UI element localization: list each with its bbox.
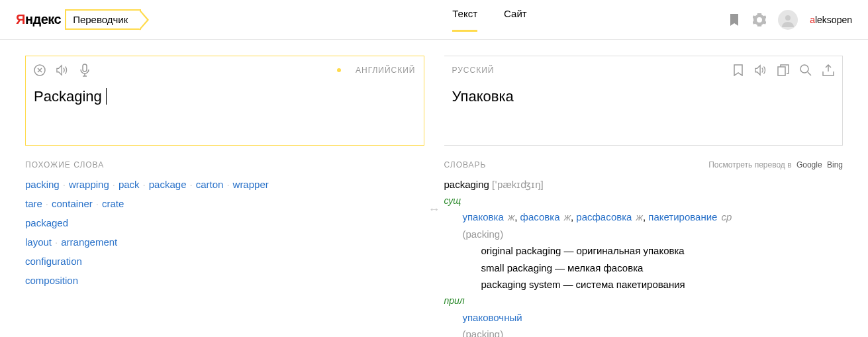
- bookmark-icon[interactable]: [728, 13, 741, 26]
- external-links: Посмотреть перевод в Google Bing: [708, 160, 843, 169]
- similar-row: composition: [25, 275, 424, 286]
- target-column: РУССКИЙ: [444, 56, 844, 337]
- target-box: РУССКИЙ: [444, 56, 844, 146]
- similar-row: layout·arrangement: [25, 236, 424, 248]
- svg-rect-3: [778, 67, 785, 75]
- username[interactable]: aleksopen: [810, 15, 852, 25]
- dict-example: small packaging—мелкая фасовка: [481, 260, 844, 277]
- clear-icon[interactable]: [34, 64, 46, 76]
- source-text-input[interactable]: Packaging: [34, 79, 416, 145]
- similar-word[interactable]: packaged: [25, 217, 68, 228]
- similar-word[interactable]: pack: [119, 179, 140, 190]
- synonym-adj: (packing): [463, 326, 844, 337]
- similar-word[interactable]: layout: [25, 236, 52, 248]
- dict-translation[interactable]: пакетирование: [648, 211, 717, 222]
- dict-headword-line: packaging[ˈpækɪʤɪŋ]: [444, 176, 844, 193]
- dict-translation[interactable]: упаковка: [463, 211, 504, 222]
- similar-row: configuration: [25, 256, 424, 267]
- similar-word[interactable]: packing: [25, 179, 60, 190]
- dict-example: packaging system—система пакетирования: [481, 276, 844, 293]
- header-right: aleksopen: [728, 10, 852, 30]
- similar-word[interactable]: wrapping: [69, 179, 109, 190]
- share-icon[interactable]: [822, 64, 834, 76]
- avatar[interactable]: [778, 10, 798, 30]
- similar-row: tare·container·crate: [25, 198, 424, 209]
- microphone-icon[interactable]: [79, 64, 91, 76]
- similar-word[interactable]: package: [149, 179, 187, 190]
- similar-word[interactable]: container: [52, 198, 93, 209]
- dict-translation[interactable]: расфасовка: [576, 211, 632, 222]
- dict-translation[interactable]: упаковочный: [463, 312, 522, 323]
- dict-example: original packaging—оригинальная упаковка: [481, 242, 844, 260]
- dictionary: packaging[ˈpækɪʤɪŋ] сущ упаковка ж, фасо…: [444, 176, 844, 337]
- dict-translation[interactable]: фасовка: [520, 211, 560, 222]
- search-output-icon[interactable]: [800, 64, 812, 76]
- similar-word[interactable]: wrapper: [233, 179, 269, 190]
- similar-row: packing·wrapping·pack·package·carton·wra…: [25, 179, 424, 190]
- swap-languages-button[interactable]: ↔: [424, 56, 444, 337]
- yandex-logo: Яндекс: [16, 12, 61, 27]
- similar-word[interactable]: arrangement: [61, 236, 117, 248]
- source-box: АНГЛИЙСКИЙ Packaging: [25, 56, 424, 146]
- similar-word[interactable]: composition: [25, 275, 78, 286]
- pos-adj: прил: [444, 293, 844, 309]
- senses-adj: упаковочный: [463, 309, 844, 326]
- target-pane-header: РУССКИЙ: [452, 62, 835, 79]
- svg-rect-2: [83, 64, 87, 72]
- bookmark-output-icon[interactable]: [732, 64, 744, 76]
- source-pane-header: АНГЛИЙСКИЙ: [34, 62, 416, 79]
- svg-point-4: [800, 65, 808, 73]
- tab-site[interactable]: Сайт: [504, 8, 527, 31]
- bing-link[interactable]: Bing: [827, 160, 843, 169]
- tab-text[interactable]: Текст: [452, 8, 477, 31]
- examples-noun: original packaging—оригинальная упаковка…: [463, 242, 844, 293]
- similar-word[interactable]: configuration: [25, 256, 82, 267]
- source-lang-label[interactable]: АНГЛИЙСКИЙ: [356, 66, 416, 75]
- nav-tabs: Текст Сайт: [452, 8, 526, 31]
- copy-icon[interactable]: [777, 64, 789, 76]
- header: Яндекс Переводчик Текст Сайт aleksopen: [0, 0, 868, 40]
- speak-output-icon[interactable]: [755, 64, 767, 76]
- main: АНГЛИЙСКИЙ Packaging ПОХОЖИЕ СЛОВА packi…: [0, 40, 868, 337]
- similar-word[interactable]: tare: [25, 198, 42, 209]
- pos-noun: сущ: [444, 193, 844, 209]
- source-column: АНГЛИЙСКИЙ Packaging ПОХОЖИЕ СЛОВА packi…: [25, 56, 424, 337]
- logo-group[interactable]: Яндекс Переводчик: [16, 9, 141, 30]
- detected-indicator: [337, 68, 341, 72]
- similar-word[interactable]: carton: [196, 179, 224, 190]
- synonym-noun: (packing): [463, 226, 844, 243]
- similar-row: packaged: [25, 217, 424, 228]
- speak-icon[interactable]: [56, 64, 68, 76]
- target-text: Упаковка: [452, 79, 835, 145]
- similar-title: ПОХОЖИЕ СЛОВА: [25, 160, 424, 169]
- gear-icon[interactable]: [753, 13, 766, 26]
- dict-header: СЛОВАРЬ Посмотреть перевод в Google Bing: [444, 160, 844, 169]
- similar-list: packing·wrapping·pack·package·carton·wra…: [25, 179, 424, 286]
- senses-noun: упаковка ж, фасовка ж, расфасовка ж, пак…: [463, 209, 844, 226]
- svg-point-0: [785, 15, 791, 21]
- google-link[interactable]: Google: [796, 160, 822, 169]
- service-name: Переводчик: [65, 9, 141, 30]
- similar-word[interactable]: crate: [102, 198, 124, 209]
- target-lang-label[interactable]: РУССКИЙ: [452, 66, 495, 75]
- dict-title: СЛОВАРЬ: [444, 160, 487, 169]
